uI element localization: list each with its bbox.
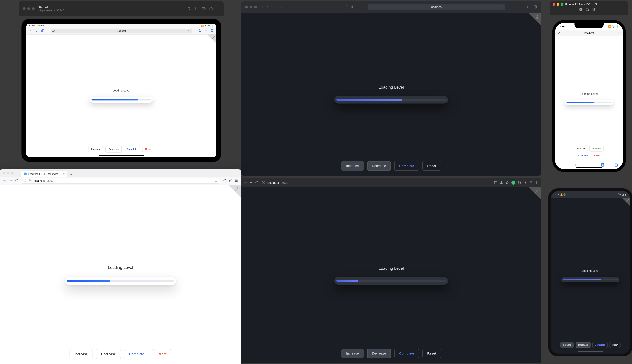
devtools-corner-badge[interactable] xyxy=(523,187,541,205)
back-icon[interactable] xyxy=(3,179,6,183)
increase-button[interactable]: Increase xyxy=(342,161,364,170)
svg-rect-10 xyxy=(42,30,44,32)
decrease-button[interactable]: Decrease xyxy=(367,161,391,170)
forward-icon[interactable] xyxy=(9,179,12,183)
home-icon[interactable] xyxy=(209,6,213,11)
forward-icon[interactable] xyxy=(574,163,578,167)
sidebar-icon[interactable] xyxy=(41,29,44,33)
profile-icon[interactable] xyxy=(529,181,533,185)
bookmark-icon[interactable] xyxy=(506,181,509,185)
decrease-button[interactable]: Decrease xyxy=(106,146,122,152)
bookmarks-icon[interactable] xyxy=(601,163,604,167)
increase-button[interactable]: Increase xyxy=(70,349,93,359)
new-tab-button[interactable]: + xyxy=(69,172,74,177)
increase-button[interactable]: Increase xyxy=(560,342,574,348)
forward-icon[interactable] xyxy=(35,29,38,33)
share-icon[interactable] xyxy=(198,29,202,33)
siri-icon[interactable] xyxy=(592,8,595,12)
extensions-icon[interactable] xyxy=(518,181,521,185)
close-icon[interactable]: × xyxy=(63,172,65,176)
page-content: Loading Level Increase Decrease Complete… xyxy=(26,34,216,157)
back-icon[interactable] xyxy=(273,5,277,9)
menu-icon[interactable] xyxy=(234,179,238,183)
browser-tab[interactable]: Progress | GUI Challenges × xyxy=(21,171,67,177)
complete-button[interactable]: Complete xyxy=(592,342,608,348)
key-icon[interactable] xyxy=(228,179,232,183)
share-icon[interactable] xyxy=(518,5,522,9)
devtools-corner-badge[interactable] xyxy=(523,13,541,30)
shield-icon[interactable] xyxy=(344,5,348,9)
back-icon[interactable] xyxy=(29,29,32,33)
increase-button[interactable]: Increase xyxy=(575,146,588,151)
url-bar[interactable]: localhost:3000 xyxy=(21,178,220,184)
url-bar[interactable]: localhost:3000 xyxy=(262,181,492,185)
decrease-button[interactable]: Decrease xyxy=(96,349,121,359)
reader-aa-icon[interactable]: AA xyxy=(558,32,560,34)
reader-aa-icon[interactable]: AA xyxy=(52,30,55,32)
url-bar[interactable]: localhost xyxy=(368,4,505,10)
chevron-down-icon[interactable] xyxy=(266,5,270,9)
reload-icon[interactable] xyxy=(500,5,503,8)
cast-icon[interactable] xyxy=(494,181,497,185)
rotate-icon[interactable] xyxy=(195,6,199,11)
tabs-icon[interactable] xyxy=(210,29,214,33)
back-icon[interactable] xyxy=(560,163,564,167)
decrease-button[interactable]: Decrease xyxy=(590,146,603,151)
screenshot-icon[interactable] xyxy=(579,8,583,12)
reset-button[interactable]: Reset xyxy=(422,161,441,170)
reset-button[interactable]: Reset xyxy=(152,349,172,359)
reload-icon[interactable] xyxy=(188,30,190,32)
new-tab-icon[interactable] xyxy=(525,5,530,9)
complete-button[interactable]: Complete xyxy=(124,146,140,152)
bookmark-icon[interactable] xyxy=(214,179,218,183)
increase-button[interactable]: Increase xyxy=(342,349,364,358)
info-icon[interactable] xyxy=(262,181,265,185)
appearance-icon[interactable] xyxy=(351,5,355,9)
reload-icon[interactable] xyxy=(255,181,258,185)
reset-button[interactable]: Reset xyxy=(610,342,621,348)
iphone-url-bar[interactable]: AA localhost xyxy=(555,30,623,36)
back-icon[interactable] xyxy=(244,181,247,185)
forward-icon[interactable] xyxy=(280,5,284,9)
tabs-icon[interactable] xyxy=(533,5,538,9)
window-traffic-lights[interactable] xyxy=(245,6,257,8)
list-icon[interactable] xyxy=(524,181,527,185)
increase-button[interactable]: Increase xyxy=(88,146,104,152)
share-icon[interactable] xyxy=(500,181,503,185)
eyedropper-icon[interactable] xyxy=(222,179,226,183)
window-traffic-lights[interactable] xyxy=(2,172,14,174)
decrease-button[interactable]: Decrease xyxy=(367,349,391,358)
devtools-corner-badge[interactable] xyxy=(223,185,241,202)
home-icon[interactable] xyxy=(586,8,589,12)
complete-button[interactable]: Complete xyxy=(576,153,590,158)
reload-icon[interactable] xyxy=(15,179,18,183)
siri-icon[interactable] xyxy=(216,6,220,11)
extension-icon[interactable] xyxy=(512,181,515,185)
window-traffic-lights[interactable] xyxy=(552,3,563,6)
devtools-corner-badge[interactable] xyxy=(204,34,216,47)
reload-icon[interactable] xyxy=(618,32,620,34)
shield-icon[interactable] xyxy=(23,179,27,183)
ipad-url-bar[interactable]: AA localhost xyxy=(50,29,192,33)
decrease-button[interactable]: Decrease xyxy=(576,342,590,348)
devtools-corner-badge[interactable] xyxy=(618,198,630,209)
new-tab-icon[interactable] xyxy=(204,29,208,33)
url-text: localhost xyxy=(117,30,126,32)
complete-button[interactable]: Complete xyxy=(394,161,419,170)
reset-button[interactable]: Reset xyxy=(422,349,441,358)
complete-button[interactable]: Complete xyxy=(394,349,419,358)
pointer-icon[interactable] xyxy=(188,6,192,11)
button-row: Increase Decrease Complete Reset xyxy=(342,161,441,170)
reset-button[interactable]: Reset xyxy=(592,153,602,158)
screenshot-icon[interactable] xyxy=(202,6,206,11)
button-row: Increase Decrease Complete Reset xyxy=(342,349,441,358)
forward-icon[interactable] xyxy=(250,181,253,185)
more-icon[interactable] xyxy=(535,181,538,185)
reset-button[interactable]: Reset xyxy=(142,146,154,152)
window-traffic-lights[interactable] xyxy=(23,7,35,10)
url-text: localhost xyxy=(584,32,594,34)
tabs-icon[interactable] xyxy=(614,163,618,167)
share-icon[interactable] xyxy=(587,163,591,167)
complete-button[interactable]: Complete xyxy=(124,349,149,359)
sidebar-icon[interactable] xyxy=(259,5,264,9)
